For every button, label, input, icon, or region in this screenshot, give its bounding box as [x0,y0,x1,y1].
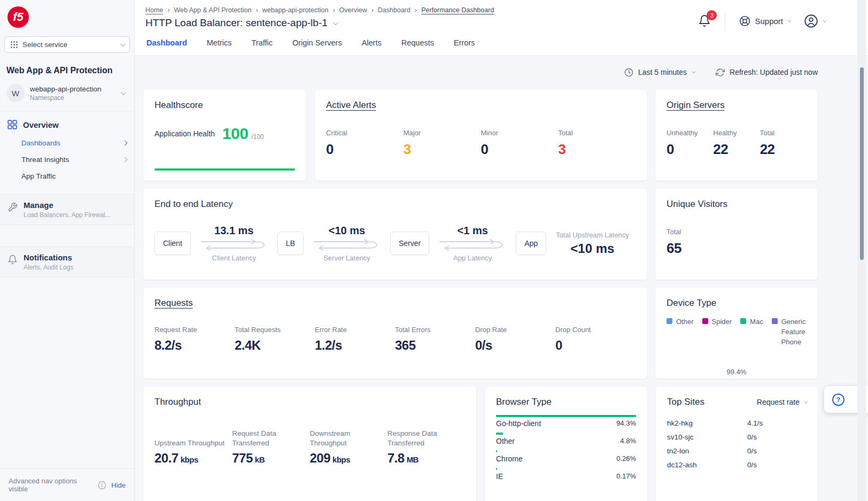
metric-label: Total [558,129,636,137]
origin-metric-unhealthy: Unhealthy 0 [666,129,713,158]
site-rate: 0/s [747,433,757,441]
chevron-down-icon [121,90,126,95]
legend-label: Other [676,317,694,348]
breadcrumb-service[interactable]: Web App & API Protection [174,6,252,14]
tab-requests[interactable]: Requests [400,31,435,55]
metric-value: 3 [404,141,481,158]
application-health-label: Application Health [154,129,215,138]
user-menu-button[interactable] [804,14,825,28]
refresh-button[interactable]: Refresh: Updated just now [716,68,818,77]
origin-servers-title-link[interactable]: Origin Servers [666,100,807,111]
browser-label: Go-http-client [496,419,541,428]
error-rate-metric: Error Rate 1.2/s [315,326,395,353]
support-button[interactable]: Support [739,16,790,27]
downstream-throughput-metric: Downstream Throughput 209kbps [310,429,387,466]
top-header: Home › Web App & API Protection › webapp… [135,0,868,31]
metric-label: Downstream Throughput [310,429,370,448]
breadcrumb-separator: › [415,6,417,14]
alert-metric-minor: Minor 0 [481,129,559,158]
sidebar-item-app-traffic[interactable]: App Traffic [0,168,134,184]
origin-metric-healthy: Healthy 22 [713,129,759,158]
legend-swatch [740,318,746,324]
notifications-bell-button[interactable]: 3 [698,14,711,27]
site-row-dc12-ash: dc12-ash 0/s [667,458,807,472]
throughput-card: Throughput Upstream Throughput 20.7kbps … [143,387,476,501]
metric-label: Critical [326,129,404,137]
time-range-selector[interactable]: Last 5 minutes [624,68,694,77]
hop-value: <10 ms [329,225,365,237]
tab-origin-servers[interactable]: Origin Servers [291,31,343,55]
metric-label: Drop Rate [475,326,555,334]
tab-alerts[interactable]: Alerts [361,31,383,55]
browser-type-card: Browser Type Go-http-client94.3% Other4.… [485,387,647,501]
info-icon[interactable]: i [98,481,106,489]
scrollbar-thumb[interactable] [860,67,864,260]
legend-label: Generic Feature Phone [781,317,809,348]
tab-dashboard[interactable]: Dashboard [145,31,188,55]
metric-label: Upstream Throughput [154,438,229,448]
request-rate-metric: Request Rate 8.2/s [154,326,235,353]
active-alerts-card: Active Alerts Critical 0 Major 3 Minor 0 [315,90,647,181]
browser-percent: 94.3% [616,419,636,428]
hide-link[interactable]: Hide [111,481,126,489]
breadcrumb-performance-dashboard[interactable]: Performance Dashboard [421,6,494,14]
site-row-tn2-lon: tn2-lon 0/s [667,444,807,458]
top-sites-list: hk2-hkg 4.1/s sv10-sjc 0/s tn2-lon 0/s d… [667,416,807,472]
unique-visitors-card: Unique Visitors Total 65 [655,189,818,280]
metric-value: 8.2/s [154,338,235,353]
namespace-selector[interactable]: W webapp-api-protection Namespace [6,84,128,102]
grid-dots-icon [10,41,18,49]
select-service-dropdown[interactable]: Select service [4,36,130,53]
breadcrumb-namespace[interactable]: webapp-api-protection [262,6,329,14]
namespace-type-label: Namespace [30,94,102,102]
latency-node-app: App [516,232,546,255]
tab-errors[interactable]: Errors [453,31,476,55]
chevron-right-icon [122,141,128,146]
bell-icon [7,255,18,265]
sidebar-item-manage[interactable]: Manage Load Balancers, App Firewal... [0,194,134,225]
breadcrumb-dashboard[interactable]: Dashboard [378,6,410,14]
namespace-name: webapp-api-protection [30,85,102,93]
tab-metrics[interactable]: Metrics [206,31,233,55]
hop-value: 13.1 ms [214,225,253,237]
legend-label: Spider [712,317,732,348]
roundtrip-arrow-icon [437,237,508,253]
upstream-throughput-metric: Upstream Throughput 20.7kbps [154,429,232,466]
breadcrumb-overview[interactable]: Overview [339,6,367,14]
metric-value: 775kB [232,451,309,466]
threat-insights-label: Threat Insights [21,156,69,164]
tab-bar: Dashboard Metrics Traffic Origin Servers… [135,31,868,56]
help-icon: ? [832,394,844,406]
metric-value: 7.8MB [387,451,465,466]
notifications-subtitle: Alerts, Audit Logs [24,264,73,271]
sidebar: f5 Select service Web App & API Protecti… [0,0,135,501]
browser-label: Chrome [496,454,523,463]
requests-title-link[interactable]: Requests [154,298,636,309]
tab-traffic[interactable]: Traffic [250,31,273,55]
metric-value: 0 [555,338,636,353]
browser-percent: 0.17% [616,472,636,481]
site-name: dc12-ash [667,461,747,469]
device-type-title: Device Type [666,298,807,309]
roundtrip-arrow-icon [312,237,382,253]
sidebar-item-notifications[interactable]: Notifications Alerts, Audit Logs [0,246,134,278]
throughput-title: Throughput [154,397,465,407]
breadcrumb-home[interactable]: Home [145,6,163,14]
top-sites-sort-selector[interactable]: Request rate [757,398,807,406]
roundtrip-arrow-icon [199,237,269,253]
sidebar-item-overview[interactable]: Overview [0,111,134,135]
browser-percent: 4.8% [620,437,636,445]
user-avatar-icon [804,14,818,28]
latency-card: End to end Latency Client 13.1 ms Client… [143,189,647,280]
active-alerts-title-link[interactable]: Active Alerts [326,100,636,111]
sidebar-item-dashboards[interactable]: Dashboards [0,135,134,151]
site-rate: 0/s [747,461,757,469]
browser-type-list: Go-http-client94.3% Other4.8% Chrome0.26… [496,415,636,485]
refresh-icon [716,68,725,77]
legend-item-generic-feature-phone: Generic Feature Phone [772,317,809,348]
sidebar-item-threat-insights[interactable]: Threat Insights [0,151,134,168]
time-range-label: Last 5 minutes [638,68,687,76]
metric-label: Response Data Transferred [387,429,447,448]
f5-logo[interactable]: f5 [7,6,29,28]
chevron-down-icon[interactable] [333,20,338,25]
